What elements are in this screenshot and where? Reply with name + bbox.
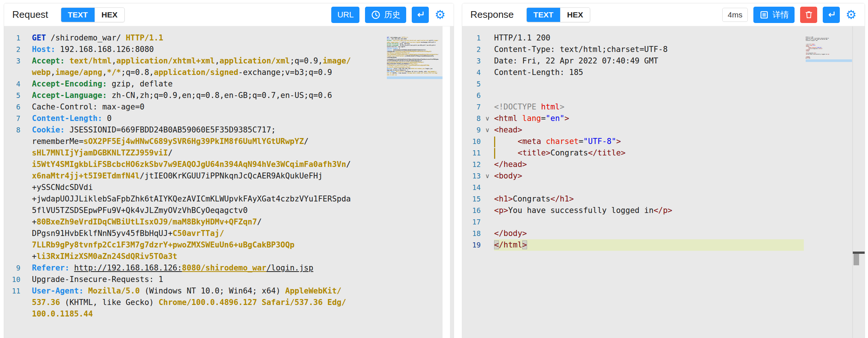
url-button[interactable]: URL [331,7,359,23]
request-code[interactable]: 1GET /shirodemo_war/ HTTP/1.12Host: 192.… [4,26,454,320]
fold-chevron-icon[interactable]: ∨ [481,113,494,124]
minimap-viewport-bar[interactable] [806,59,852,62]
tab-hex[interactable]: HEX [560,8,590,22]
send-enter-button[interactable] [412,7,429,23]
code-line[interactable]: +jwdapUOJJLiklebSaFpbZhk6tAIYKQezAVICmKL… [4,193,454,205]
code-text[interactable]: </head> [494,159,804,170]
code-line[interactable]: 19</html> [462,239,804,251]
code-text[interactable]: Content-Length: 185 [494,67,804,78]
code-line[interactable]: 12</head> [462,159,804,170]
code-line[interactable]: +80BxeZh9eVrdIDqCWBiUtLIsxOJ9/maM8BkyHDM… [4,216,454,228]
code-text[interactable]: <title>Congrats</title> [494,147,804,159]
code-text[interactable]: Cache-Control: max-age=0 [32,101,454,113]
code-line[interactable]: sHL7MNlIjYjamDGBKNLTZZJ959viI/ [4,147,454,159]
fold-chevron-icon[interactable]: ∨ [481,170,494,182]
code-text[interactable]: <body> [494,170,804,182]
response-scrollbar-track[interactable] [852,26,865,338]
code-line[interactable]: 537.36 (KHTML, like Gecko) Chrome/100.0.… [4,297,454,308]
response-settings-button[interactable]: ⚙ [845,9,857,21]
response-minimap[interactable]: HTTP/1.1 200Content-Type: text/html;char… [806,37,852,62]
code-line[interactable]: 4Content-Length: 185 [462,67,804,78]
code-text[interactable]: </html> [494,239,804,251]
fold-chevron-icon[interactable]: ∨ [481,124,494,136]
delete-button[interactable] [800,7,817,23]
code-text[interactable] [494,90,804,101]
code-text[interactable]: <meta charset="UTF-8"> [494,136,804,147]
code-text[interactable]: User-Agent: Mozilla/5.0 (Windows NT 10.0… [32,285,454,297]
code-line[interactable]: 7Content-Length: 0 [4,113,454,124]
code-text[interactable]: HTTP/1.1 200 [494,32,804,44]
code-text[interactable] [494,182,804,193]
code-line[interactable]: 9Referer: http://192.168.168.126:8080/sh… [4,262,454,274]
response-code[interactable]: 1HTTP/1.1 2002Content-Type: text/html;ch… [462,26,865,251]
code-text[interactable]: <html lang="en"> [494,113,804,124]
code-text[interactable] [494,216,804,228]
code-text[interactable]: Referer: http://192.168.168.126:8080/shi… [32,262,454,274]
code-line[interactable]: 15<h1>Congrats</h1> [462,193,804,205]
code-line[interactable]: 16<p>You have successfully logged in</p> [462,205,804,216]
code-text[interactable]: i5WtY4SMIgkbLiFSBcbcHO6zkSbv7w9EAQOJgU64… [32,159,454,170]
code-text[interactable]: +jwdapUOJJLiklebSaFpbZhk6tAIYKQezAVICmKL… [32,193,454,205]
code-line[interactable]: 6Cache-Control: max-age=0 [4,101,454,113]
code-line[interactable]: 6 [462,90,804,101]
code-text[interactable]: 537.36 (KHTML, like Gecko) Chrome/100.0.… [32,297,454,308]
code-text[interactable]: </body> [494,228,804,239]
code-line[interactable]: 5 [462,78,804,90]
code-line[interactable]: 8Cookie: JSESSIONID=669FBDD24B0AB59060E5… [4,124,454,136]
code-text[interactable]: rememberMe=sOX2PF5Ej4wHNwC689ySVR6Hg39Pk… [32,136,454,147]
code-line[interactable]: x6naMtr4jj+t5I9ETdmfN4l/jtIEO0KrKGUU7iPP… [4,170,454,182]
code-line[interactable]: 11User-Agent: Mozilla/5.0 (Windows NT 10… [4,285,454,297]
code-line[interactable]: 10 <meta charset="UTF-8"> [462,136,804,147]
code-text[interactable]: Upgrade-Insecure-Requests: 1 [32,274,454,285]
tab-hex[interactable]: HEX [95,8,124,22]
code-text[interactable]: 100.0.1185.44 [32,308,454,320]
code-text[interactable]: 7LLRb9gPy8tvnfp2Cc1F3M7g7dzrY+pwoZMXSWEu… [32,239,454,251]
code-text[interactable]: +li3RxIMizXSM0aZn24SdQRiv5TOa3t [32,251,454,262]
tab-text[interactable]: TEXT [61,8,95,22]
code-line[interactable]: +li3RxIMizXSM0aZn24SdQRiv5TOa3t [4,251,454,262]
code-line[interactable]: 13∨<body> [462,170,804,182]
code-line[interactable]: 7LLRb9gPy8tvnfp2Cc1F3M7g7dzrY+pwoZMXSWEu… [4,239,454,251]
code-text[interactable]: Accept-Encoding: gzip, deflate [32,78,454,90]
code-text[interactable]: <head> [494,124,804,136]
code-line[interactable]: webp,image/apng,*/*;q=0.8,application/si… [4,67,454,78]
code-text[interactable]: sHL7MNlIjYjamDGBKNLTZZJ959viI/ [32,147,454,159]
response-editor[interactable]: 1HTTP/1.1 2002Content-Type: text/html;ch… [462,26,865,338]
code-line[interactable]: 2Host: 192.168.168.126:8080 [4,44,454,55]
request-minimap[interactable]: GET /shirodemo_war/ HTTP/1.1Host: 192.16… [387,37,443,79]
code-line[interactable]: i5WtY4SMIgkbLiFSBcbcHO6zkSbv7w9EAQOJgU64… [4,159,454,170]
code-line[interactable]: 1GET /shirodemo_war/ HTTP/1.1 [4,32,454,44]
code-line[interactable]: 3Accept: text/html,application/xhtml+xml… [4,55,454,67]
code-text[interactable]: <h1>Congrats</h1> [494,193,804,205]
code-text[interactable] [494,78,804,90]
send-enter-button[interactable] [823,7,840,23]
code-text[interactable]: Content-Type: text/html;charset=UTF-8 [494,44,804,55]
code-line[interactable]: 1HTTP/1.1 200 [462,32,804,44]
code-line[interactable]: DPgsn91HvbEklfNnN5yv45fBbHqUJ+C50avrTTaj… [4,228,454,239]
code-text[interactable]: Date: Fri, 22 Apr 2022 07:40:49 GMT [494,55,804,67]
code-text[interactable]: <!DOCTYPE html> [494,101,804,113]
code-line[interactable]: 9∨<head> [462,124,804,136]
code-line[interactable]: rememberMe=sOX2PF5Ej4wHNwC689ySVR6Hg39Pk… [4,136,454,147]
code-text[interactable]: DPgsn91HvbEklfNnN5yv45fBbHqUJ+C50avrTTaj… [32,228,454,239]
code-line[interactable]: 2Content-Type: text/html;charset=UTF-8 [462,44,804,55]
code-text[interactable]: +ySSCNdcSDVdi [32,182,454,193]
code-text[interactable]: <p>You have successfully logged in</p> [494,205,804,216]
code-text[interactable]: +80BxeZh9eVrdIDqCWBiUtLIsxOJ9/maM8BkyHDM… [32,216,454,228]
code-line[interactable]: 4Accept-Encoding: gzip, deflate [4,78,454,90]
code-line[interactable]: 10Upgrade-Insecure-Requests: 1 [4,274,454,285]
code-line[interactable]: 14 [462,182,804,193]
detail-button[interactable]: 详情 [753,7,795,23]
tab-text[interactable]: TEXT [527,8,560,22]
minimap-viewport-bar[interactable] [387,76,443,79]
code-line[interactable]: 11 <title>Congrats</title> [462,147,804,159]
code-line[interactable]: 3Date: Fri, 22 Apr 2022 07:40:49 GMT [462,55,804,67]
code-line[interactable]: +ySSCNdcSDVdi [4,182,454,193]
code-text[interactable]: Cookie: JSESSIONID=669FBDD24B0AB59060E5F… [32,124,454,136]
response-scrollbar-thumb[interactable] [854,254,859,265]
code-line[interactable]: 8∨<html lang="en"> [462,113,804,124]
code-text[interactable]: x6naMtr4jj+t5I9ETdmfN4l/jtIEO0KrKGUU7iPP… [32,170,454,182]
code-line[interactable]: 100.0.1185.44 [4,308,454,320]
code-text[interactable]: Accept-Language: zh-CN,zh;q=0.9,en;q=0.8… [32,90,454,101]
history-button[interactable]: 历史 [365,7,406,23]
